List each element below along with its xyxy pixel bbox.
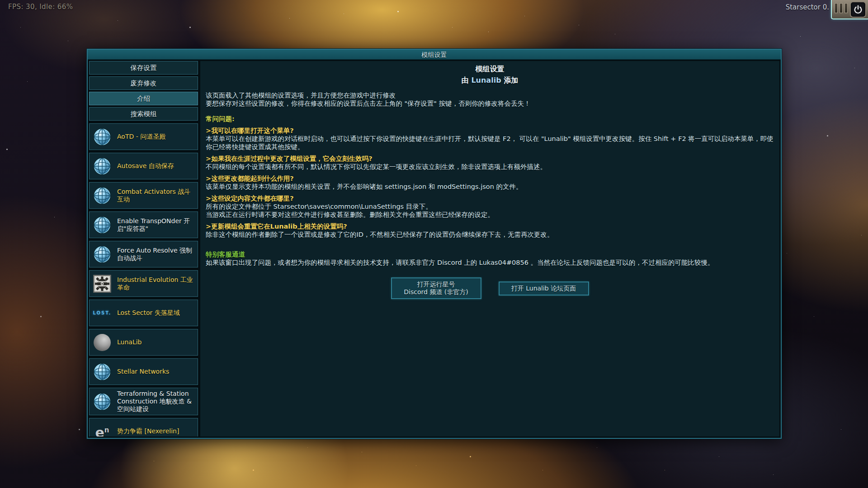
globe-icon xyxy=(92,186,112,206)
page-subtitle: 由 Lunalib 添加 xyxy=(206,76,774,85)
open-discord-button[interactable]: 打开远行星号 Discord 频道 (非官方) xyxy=(391,277,481,299)
introduction-tab-button[interactable]: 介绍 xyxy=(89,92,198,105)
lost-sector-logo: LOST. xyxy=(92,303,112,323)
moon-icon xyxy=(92,333,112,352)
mod-item-nexerelin[interactable]: en 势力争霸 [Nexerelin] xyxy=(89,418,198,436)
open-forum-button[interactable]: 打开 Lunalib 论坛页面 xyxy=(499,282,589,296)
support-header: 特别客服通道 xyxy=(206,250,774,258)
power-icon xyxy=(853,5,863,14)
globe-icon xyxy=(92,392,112,412)
discard-changes-button[interactable]: 废弃修改 xyxy=(89,76,198,90)
faq-answer: 所有的设定文件都位于 Starsector\saves\common\LunaS… xyxy=(206,202,774,211)
support-text: 如果该窗口出现了问题，或者想为你的模组寻求相关的技术支持，请联系非官方 Disc… xyxy=(206,258,774,267)
globe-icon xyxy=(92,215,112,235)
faq-question: >我可以在哪里打开这个菜单? xyxy=(206,127,774,135)
faq-question: >这些更改都能起到什么作用? xyxy=(206,174,774,183)
save-settings-button[interactable]: 保存设置 xyxy=(89,61,198,75)
faq-question: >这些设定内容文件都在哪里? xyxy=(206,194,774,202)
lunalib-name: Lunalib xyxy=(471,76,501,84)
fps-counter: FPS: 30, Idle: 66% xyxy=(8,3,73,11)
nexerelin-logo: en xyxy=(92,422,112,437)
faq-answer: 除非这个模组的作者删除了一个设置或是修改了它的ID，不然相关已经保存了的设置仍会… xyxy=(206,230,774,239)
mod-item-stellar-networks[interactable]: Stellar Networks xyxy=(89,358,198,385)
intro-line-1: 该页面载入了其他模组的设置选项，并且方便您在游戏中进行修改 xyxy=(206,91,774,99)
mod-list: AoTD - 问道圣殿 Autosave 自动保存 Combat Activat… xyxy=(89,123,198,436)
mod-item-industrial-evolution[interactable]: Industrial Evolution 工业革命 xyxy=(89,270,198,297)
mod-item-combat-activators[interactable]: Combat Activators 战斗互动 xyxy=(89,182,198,209)
faq-question: >更新模组会重置它在Lunalib上相关的设置吗? xyxy=(206,222,774,230)
mod-item-enable-transponder[interactable]: Enable TranspONder 开启"应答器" xyxy=(89,211,198,238)
link-buttons-row: 打开远行星号 Discord 频道 (非官方) 打开 Lunalib 论坛页面 xyxy=(206,277,774,299)
dialog-titlebar: 模组设置 xyxy=(88,50,781,60)
mod-item-aotd[interactable]: AoTD - 问道圣殿 xyxy=(89,123,198,150)
game-version-label: Starsector 0. xyxy=(786,3,829,11)
page-title: 模组设置 xyxy=(206,65,774,74)
mod-item-terraforming[interactable]: Terraforming & Station Construction 地貌改造… xyxy=(89,388,198,415)
sidebar: 保存设置 废弃修改 介绍 搜索模组 AoTD - 问道圣殿 Autosave 自… xyxy=(89,61,198,436)
search-mods-button[interactable]: 搜索模组 xyxy=(89,107,198,121)
mod-item-force-auto-resolve[interactable]: Force Auto Resolve 强制自动战斗 xyxy=(89,241,198,267)
mod-item-autosave[interactable]: Autosave 自动保存 xyxy=(89,153,198,179)
faq-answer: 本菜单可以在创建新游戏的对话框时启动，也可以通过按下你设置的快捷键在生涯中打开，… xyxy=(206,135,774,151)
globe-icon xyxy=(92,127,112,147)
mod-item-lunalib[interactable]: LunaLib xyxy=(89,329,198,356)
gear-icon xyxy=(92,274,112,294)
faq-answer: 当游戏正在运行时请不要对这些文件进行修改甚至删除。删除相关文件会重置这些已经保存… xyxy=(206,211,774,219)
power-widget xyxy=(831,0,868,19)
faq-answer: 不同模组的每个设置项都有所不同，默认情况下你可以先假定某一项更改应该立刻生效，除… xyxy=(206,163,774,171)
globe-icon xyxy=(92,244,112,264)
faq-answer: 该菜单仅显示支持本功能的模组的相关设置，并不会影响诸如 settings.jso… xyxy=(206,183,774,191)
faq-question: >如果我在生涯过程中更改了模组设置，它会立刻生效吗? xyxy=(206,155,774,163)
starfield xyxy=(0,0,0,0)
mod-settings-dialog: 模组设置 保存设置 废弃修改 介绍 搜索模组 AoTD - 问道圣殿 Autos… xyxy=(87,49,782,439)
globe-icon xyxy=(92,362,112,382)
intro-line-2: 要想保存对这些设置的修改，你得在修改相应的设置后点击左上角的 "保存设置" 按键… xyxy=(206,99,774,108)
mod-item-lost-sector[interactable]: LOST. Lost Sector 失落星域 xyxy=(89,300,198,326)
faq-header: 常问问题: xyxy=(206,115,774,123)
globe-icon xyxy=(92,156,112,176)
power-button[interactable] xyxy=(850,1,866,18)
content-panel: 模组设置 由 Lunalib 添加 该页面载入了其他模组的设置选项，并且方便您在… xyxy=(200,61,779,436)
power-widget-grille xyxy=(835,3,848,13)
